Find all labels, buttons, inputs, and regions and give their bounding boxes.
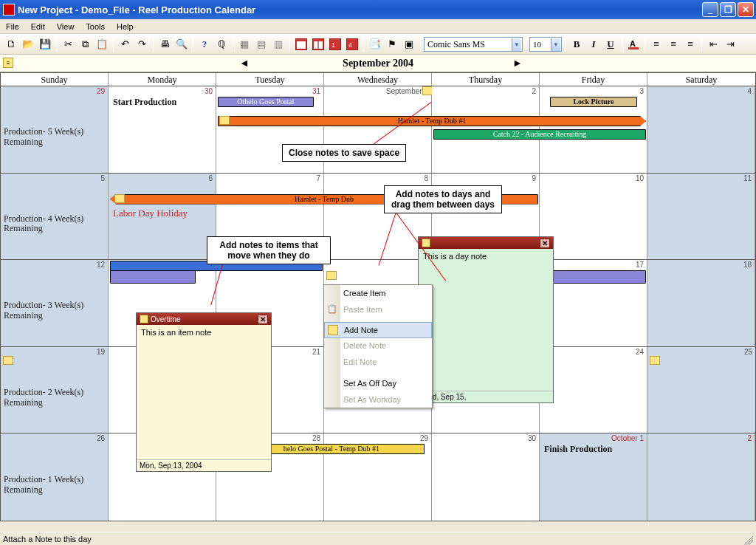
cal2-button[interactable] xyxy=(310,36,326,52)
font-combo[interactable]: Comic Sans MS ▼ xyxy=(424,37,523,52)
menu-tools[interactable]: Tools xyxy=(80,21,111,32)
note-icon[interactable]: ≡ xyxy=(3,58,13,68)
italic-button[interactable]: I xyxy=(585,36,602,52)
redo-button[interactable]: ↷ xyxy=(134,36,150,52)
chevron-down-icon: ▼ xyxy=(512,38,521,51)
align-right-button[interactable]: ≡ xyxy=(682,36,698,52)
event-bar[interactable]: Lock Picture xyxy=(550,97,637,107)
window-maximize-button[interactable]: ❐ xyxy=(720,2,736,17)
view-c-button[interactable]: ▥ xyxy=(270,36,286,52)
note-icon[interactable] xyxy=(326,271,337,280)
day-cell[interactable]: 4 xyxy=(647,86,755,173)
day-note-panel[interactable]: ✕ This is a day note Wed, Sep 15, xyxy=(418,236,554,403)
underline-button[interactable]: U xyxy=(602,36,619,52)
note-icon[interactable] xyxy=(422,86,433,95)
day-number: 11 xyxy=(743,174,752,182)
cal1-button[interactable] xyxy=(293,36,309,52)
item-note-panel[interactable]: Overtime ✕ This is an item note Mon, Sep… xyxy=(136,312,272,472)
align-center-button[interactable]: ≡ xyxy=(665,36,681,52)
day-cell[interactable]: 30 xyxy=(432,433,540,521)
callout: Close notes to save space xyxy=(282,144,406,162)
event-bar[interactable]: Catch 22 - Audience Recruiting xyxy=(433,129,646,140)
day-cell[interactable]: 29 Production- 5 Week(s) Remaining xyxy=(1,86,109,173)
day-cell[interactable]: 26 Production- 1 Week(s) Remaining xyxy=(1,433,109,521)
paste-button[interactable]: 📋 xyxy=(94,36,110,52)
day-cell[interactable]: 10 xyxy=(540,174,647,260)
view-a-button[interactable]: ▦ xyxy=(236,36,252,52)
day-cell[interactable]: 6 Labor Day Holiday xyxy=(109,174,216,260)
window-minimize-button[interactable]: _ xyxy=(702,2,718,17)
day-header-sat: Saturday xyxy=(647,73,755,86)
ctx-create-item[interactable]: Create Item xyxy=(324,285,432,301)
menu-view[interactable]: View xyxy=(51,21,80,32)
event-bar[interactable]: Hamlet - Temp Dub #1 xyxy=(218,116,646,126)
context-menu: Create Item 📋 Paste Item Add Note Delete… xyxy=(323,284,433,408)
note-titlebar[interactable]: ✕ xyxy=(419,237,553,249)
menu-file[interactable]: File xyxy=(0,21,25,32)
undo-button[interactable]: ↶ xyxy=(117,36,133,52)
day-cell[interactable]: 18 xyxy=(647,260,755,346)
window-close-button[interactable]: ✕ xyxy=(738,2,754,17)
stamp-button[interactable]: ▣ xyxy=(401,36,417,52)
day-cell[interactable]: 30 Start Production xyxy=(109,86,216,173)
day-number: 8 xyxy=(424,174,428,182)
preview-button[interactable]: 🔍 xyxy=(173,36,190,52)
new-button[interactable]: 🗋 xyxy=(3,36,19,52)
month-label: September 2004 xyxy=(343,58,413,69)
open-button[interactable]: 📂 xyxy=(20,36,36,52)
next-month-button[interactable]: ► xyxy=(512,58,523,69)
day-cell[interactable]: 11 xyxy=(647,174,755,260)
note-close-button[interactable]: ✕ xyxy=(258,315,268,324)
indent-dec-button[interactable]: ⇤ xyxy=(705,36,721,52)
note-titlebar[interactable]: Overtime ✕ xyxy=(137,313,271,325)
day-number: 17 xyxy=(636,261,644,269)
ctx-set-off-day[interactable]: Set As Off Day xyxy=(324,375,432,391)
day-cell[interactable]: 12 Production- 3 Week(s) Remaining xyxy=(1,260,109,346)
align-left-button[interactable]: ≡ xyxy=(648,36,664,52)
note-icon[interactable] xyxy=(114,194,125,203)
print-button[interactable]: 🖶 xyxy=(157,36,173,52)
row-label: Production- 5 Week(s) Remaining xyxy=(4,127,107,148)
day-cell[interactable]: 19 Production- 2 Week(s) Remaining xyxy=(1,347,109,433)
prev-month-button[interactable]: ◄ xyxy=(239,58,250,69)
day-number: 28 xyxy=(312,434,320,442)
cut-button[interactable]: ✂ xyxy=(60,36,76,52)
cal3-button[interactable]: 1 xyxy=(327,36,343,52)
notes-button[interactable]: 📑 xyxy=(367,36,383,52)
menu-edit[interactable]: Edit xyxy=(25,21,51,32)
note-close-button[interactable]: ✕ xyxy=(540,239,550,248)
fontcolor-button[interactable]: A xyxy=(625,36,642,52)
whatsthis-button[interactable]: ℚ xyxy=(213,36,230,52)
day-number: 29 xyxy=(420,434,428,442)
note-body[interactable]: This is an item note xyxy=(137,325,271,459)
menu-help[interactable]: Help xyxy=(111,21,140,32)
event-bar[interactable]: Othelo Goes Postal xyxy=(218,97,314,107)
day-cell[interactable]: 5 Production- 4 Week(s) Remaining xyxy=(1,174,109,260)
event-bar[interactable] xyxy=(110,270,196,284)
bold-button[interactable]: B xyxy=(568,36,585,52)
day-cell[interactable]: 24 xyxy=(540,347,647,433)
note-icon[interactable] xyxy=(219,116,230,125)
event-bar[interactable] xyxy=(541,270,646,284)
help-button[interactable]: ? xyxy=(196,36,213,52)
day-number: 25 xyxy=(744,348,752,356)
flag-button[interactable]: ⚑ xyxy=(384,36,400,52)
day-cell[interactable]: 2 xyxy=(647,433,755,521)
view-b-button[interactable]: ▤ xyxy=(253,36,269,52)
save-button[interactable]: 💾 xyxy=(37,36,53,52)
cal4-button[interactable]: 4 xyxy=(344,36,360,52)
size-combo[interactable]: 10 ▼ xyxy=(529,37,562,52)
svg-rect-1 xyxy=(297,41,306,49)
note-icon[interactable] xyxy=(3,356,13,365)
resize-grip[interactable] xyxy=(741,533,753,545)
day-cell[interactable]: October 1 Finish Production xyxy=(540,433,647,521)
menu-bar: File Edit View Tools Help xyxy=(0,19,756,34)
day-cell[interactable]: 25 xyxy=(647,347,755,433)
ctx-delete-note: Delete Note xyxy=(324,337,432,354)
svg-text:1: 1 xyxy=(331,41,335,49)
indent-inc-button[interactable]: ⇥ xyxy=(722,36,738,52)
copy-button[interactable]: ⧉ xyxy=(77,36,93,52)
font-value: Comic Sans MS xyxy=(427,39,485,50)
ctx-add-note[interactable]: Add Note xyxy=(324,322,432,338)
note-icon[interactable] xyxy=(650,356,660,365)
